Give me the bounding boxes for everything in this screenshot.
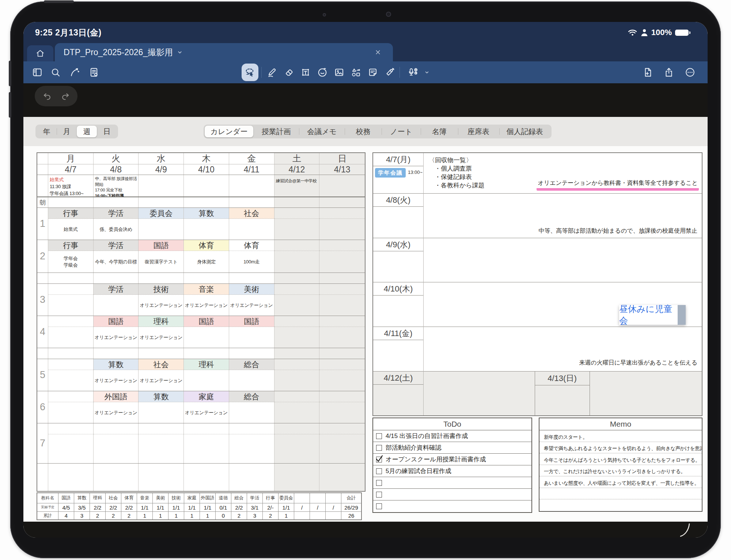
view-control-strip: 年 月 週 日 カレンダー 授業計画 会議メモ 校務 ノート 名簿 座席表 個人…	[23, 117, 708, 146]
chevron-down-icon[interactable]	[177, 49, 183, 56]
planner-page: 月 火 水 木 金 土 日 4/7 4/8 4/9 4/10 4/	[23, 146, 708, 522]
image-tool-button[interactable]	[331, 64, 348, 81]
day-name: 火	[94, 153, 139, 164]
subject-cell: 理科	[184, 359, 229, 370]
tab-personal-records[interactable]: 個人記録表	[499, 126, 550, 137]
todo-title: ToDo	[373, 418, 531, 430]
range-year[interactable]: 年	[37, 126, 57, 137]
checkbox[interactable]	[376, 433, 382, 439]
sticky-note: 昼休みに児童会	[619, 305, 686, 325]
period-2-row: 2 行事学年会 学級会 学活今年、今学期の目標 国語復習漢字テスト 体育身体測定…	[37, 240, 365, 273]
subject-cell: 国語	[184, 316, 229, 327]
tab-calendar[interactable]: カレンダー	[205, 126, 253, 137]
add-page-button[interactable]	[639, 64, 656, 81]
tab-roster[interactable]: 名簿	[421, 126, 458, 137]
period-1-row: 1 行事始業式 学活係、委員会決め 委員会 算数 社会	[37, 207, 365, 240]
period-4-row: 4 国語オリエンテーション 理科オリエンテーション 国語 国語	[37, 316, 365, 348]
day-name: 土	[274, 153, 320, 164]
power-button	[44, 0, 74, 3]
date: 4/7	[48, 164, 94, 175]
page-curl-icon[interactable]	[679, 523, 694, 537]
subject-count-table: 教科名 国語算数理科社会体育音楽美術技術家庭外国語道徳総合学活行事委員会合計 実…	[37, 492, 362, 520]
tab-school-affairs[interactable]: 校務	[345, 126, 382, 137]
toolbar	[23, 61, 708, 83]
subject-cell: 算数	[184, 208, 229, 219]
day-name: 水	[139, 153, 184, 164]
day-label: 4/10(木)	[373, 282, 423, 296]
tab-lesson-plan[interactable]: 授業計画	[253, 126, 299, 137]
day-name: 木	[184, 153, 229, 164]
toolbar-divider	[261, 67, 262, 78]
battery-percent: 100%	[651, 28, 672, 37]
more-options-button[interactable]	[682, 64, 698, 81]
subject-cell: 学活	[94, 240, 139, 251]
range-week[interactable]: 週	[77, 126, 97, 137]
document-tab[interactable]: DTP_Pro_2025-2026_撮影用	[55, 43, 393, 61]
shapes-tool-button[interactable]	[348, 64, 364, 81]
home-icon	[35, 49, 45, 58]
pen-tool-button[interactable]	[264, 64, 280, 81]
subject-cell: 技術	[139, 284, 183, 295]
day-section-4-7: 4/7(月) 学年会議 13:00~ 〈回収物一覧〉 ・個人調査票 ・保健記録表…	[373, 153, 702, 193]
tab-notes[interactable]: ノート	[382, 126, 421, 137]
range-month[interactable]: 月	[57, 126, 77, 137]
document-tab-bar: DTP_Pro_2025-2026_撮影用	[23, 43, 708, 61]
date: 4/9	[139, 164, 184, 175]
checkbox[interactable]	[376, 480, 382, 486]
todo-item: 5月の練習試合日程作成	[373, 465, 531, 477]
todo-box: ToDo 4/15 出張日の自習計画書作成 部活動紹介資料確認 オープンスクール…	[372, 418, 532, 513]
jump-navigation-button[interactable]	[66, 64, 83, 81]
subject-cell: 体育	[229, 240, 274, 251]
subject-cell: 行事	[48, 208, 93, 219]
day-section-weekend: 4/12(土) 4/13(日)	[373, 371, 702, 415]
sidebar-toggle-button[interactable]	[29, 64, 46, 81]
date: 4/13	[319, 164, 365, 175]
day-label: 4/11(金)	[373, 327, 423, 340]
mic-chevron-icon[interactable]	[424, 69, 430, 75]
lasso-tool-button[interactable]	[242, 64, 258, 81]
share-button[interactable]	[660, 64, 677, 81]
page-template-button[interactable]	[86, 64, 102, 81]
eraser-tool-button[interactable]	[280, 64, 297, 81]
close-tab-icon[interactable]	[373, 47, 383, 57]
subject-cell: 社会	[229, 208, 274, 219]
date: 4/8	[94, 164, 139, 175]
sticky-note-text: 昼休みに児童会	[619, 303, 678, 327]
sticker-tool-button[interactable]	[314, 64, 331, 81]
subject-cell: 国語	[139, 240, 183, 251]
user-icon	[641, 28, 648, 37]
checkbox[interactable]	[376, 492, 382, 498]
day-section-4-8: 4/8(火) 中等、高等部は部活動が始まるので、放課後の校庭使用禁止	[373, 193, 702, 238]
checkbox[interactable]	[376, 445, 382, 451]
toolbar-divider	[399, 67, 400, 78]
checkbox[interactable]	[376, 468, 382, 474]
redo-button[interactable]	[60, 91, 70, 101]
tab-meeting-notes[interactable]: 会議メモ	[299, 126, 345, 137]
undo-button[interactable]	[42, 91, 52, 101]
subject-cell: 音楽	[184, 284, 229, 295]
subject-cell: 委員会	[139, 208, 183, 219]
subject-cell: 外国語	[94, 391, 139, 402]
tab-seating-chart[interactable]: 座席表	[458, 126, 499, 137]
day-name: 金	[229, 153, 274, 164]
spare-row	[37, 463, 365, 491]
sticker-smiley-icon	[317, 67, 328, 78]
todo-item-empty	[373, 477, 531, 489]
home-button[interactable]	[27, 45, 53, 61]
text-tool-button[interactable]	[297, 64, 314, 81]
handwritten-note: 来週の火曜日に早速出張があることを伝える	[579, 359, 697, 367]
checkbox[interactable]	[376, 503, 382, 509]
memo-line-empty	[539, 488, 702, 500]
handwritten-note: 中等、高等部は部活動が始まるので、放課後の校庭使用禁止	[538, 227, 697, 235]
image-icon	[334, 67, 345, 78]
sticky-note-tab	[678, 305, 686, 325]
period-6-row: 6 外国語オリエンテーション 算数 家庭オリエンテーション 総合	[37, 391, 365, 423]
search-icon	[50, 67, 61, 78]
jump-navigation-icon	[69, 67, 80, 78]
audio-record-button[interactable]	[402, 64, 424, 81]
laser-pointer-button[interactable]	[381, 64, 398, 81]
search-button[interactable]	[47, 64, 64, 81]
page-segmented-control: カレンダー 授業計画 会議メモ 校務 ノート 名簿 座席表 個人記録表	[204, 125, 552, 138]
range-day[interactable]: 日	[97, 126, 117, 137]
sticky-note-tool-button[interactable]	[364, 64, 381, 81]
